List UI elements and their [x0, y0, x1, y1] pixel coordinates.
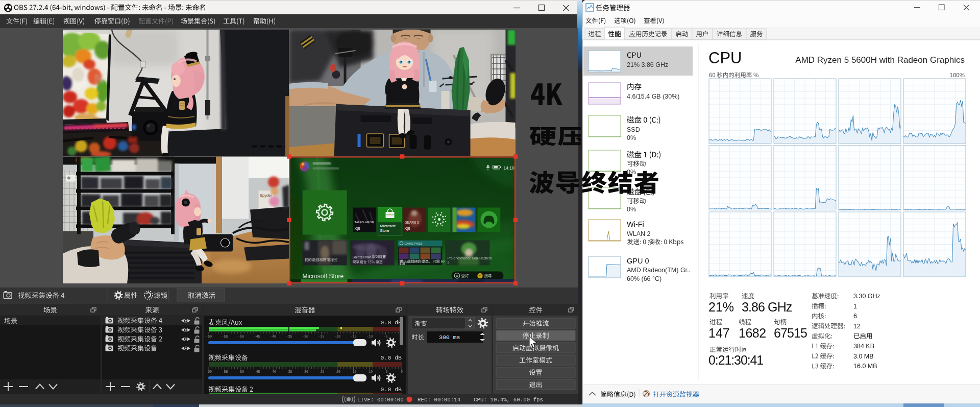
svg-text:-60: -60: [206, 334, 212, 339]
svg-text:-45: -45: [254, 334, 260, 339]
svg-text:-35: -35: [286, 370, 292, 374]
svg-text:-50: -50: [238, 334, 244, 339]
svg-text:CPU: CPU: [708, 49, 742, 67]
svg-text:-55: -55: [222, 370, 228, 374]
svg-text:-5: -5: [383, 334, 387, 339]
svg-text:GPU 0: GPU 0: [627, 257, 649, 265]
svg-text:Microsoft Store: Microsoft Store: [303, 273, 344, 280]
svg-text:-40: -40: [270, 334, 277, 339]
svg-text:-35: -35: [286, 334, 292, 339]
svg-text:-50: -50: [238, 370, 244, 374]
svg-text:-55: -55: [222, 334, 228, 339]
svg-text:-10: -10: [366, 370, 373, 374]
svg-text:-20: -20: [334, 334, 341, 339]
svg-text:AMD Ryzen 5 5600H with Radeon: AMD Ryzen 5 5600H with Radeon Graphics: [795, 55, 965, 65]
svg-text:$10: $10: [400, 262, 405, 266]
svg-text:-60: -60: [206, 370, 212, 374]
svg-text:LIVE: 00:00:00: LIVE: 00:00:00: [357, 397, 404, 403]
svg-text:N: N: [94, 71, 104, 86]
svg-text:300 ms: 300 ms: [439, 334, 460, 341]
svg-text:GAME PASS: GAME PASS: [405, 242, 423, 245]
svg-text:AMD Radeon(TM) Gr..: AMD Radeon(TM) Gr..: [627, 267, 691, 274]
svg-text:3.86 GHz: 3.86 GHz: [742, 300, 792, 314]
svg-text:0:21:30:41: 0:21:30:41: [708, 353, 763, 367]
svg-text:GEARS 5: GEARS 5: [405, 221, 420, 224]
svg-text:SSD: SSD: [627, 126, 640, 133]
svg-text:-30: -30: [302, 370, 309, 374]
svg-text:1682: 1682: [739, 326, 766, 340]
svg-text:Saints Row: Saints Row: [353, 255, 371, 259]
svg-text:384 KB: 384 KB: [853, 343, 874, 350]
svg-text:147: 147: [708, 326, 730, 340]
svg-text:REC: 00:00:14: REC: 00:00:14: [418, 397, 460, 403]
svg-text:12: 12: [853, 323, 861, 330]
svg-text:60% (66 °C): 60% (66 °C): [627, 275, 662, 282]
svg-text:Store: Store: [380, 228, 389, 233]
svg-text:0.0 dB: 0.0 dB: [381, 354, 402, 361]
svg-text:21% 3.86 GHz: 21% 3.86 GHz: [627, 61, 668, 68]
svg-text:-10: -10: [366, 334, 373, 339]
svg-text:0%: 0%: [627, 134, 636, 141]
svg-text:Pre-encomende Soul Hackers: Pre-encomende Soul Hackers: [448, 256, 492, 260]
svg-text:-25: -25: [318, 370, 325, 374]
svg-text:Y: Y: [479, 274, 481, 278]
svg-text:-25: -25: [318, 334, 325, 339]
svg-text:A: A: [456, 274, 458, 278]
svg-text:X|S: X|S: [405, 227, 410, 231]
svg-text:3.0 MB: 3.0 MB: [853, 353, 874, 360]
svg-text:-45: -45: [254, 370, 260, 374]
svg-text:CPU: 10.4%, 60.00 fps: CPU: 10.4%, 60.00 fps: [474, 397, 543, 403]
svg-text:-40: -40: [270, 370, 277, 374]
svg-text:Wi-Fi: Wi-Fi: [627, 220, 644, 228]
svg-text:-20: -20: [334, 370, 341, 374]
svg-text:0.0 dB: 0.0 dB: [381, 386, 402, 393]
svg-text:14:10: 14:10: [504, 165, 515, 171]
svg-text:3.30 GHz: 3.30 GHz: [853, 293, 880, 300]
svg-text:-5: -5: [383, 370, 387, 374]
svg-text:X|S: X|S: [355, 227, 360, 231]
svg-text:100%: 100%: [950, 72, 965, 78]
svg-text:4.6/15.4 GB (30%): 4.6/15.4 GB (30%): [627, 93, 680, 100]
svg-text:WLAN 2: WLAN 2: [627, 230, 651, 237]
svg-text:Microsoft: Microsoft: [380, 224, 396, 228]
svg-text:6: 6: [853, 313, 857, 320]
svg-text:0%: 0%: [627, 206, 636, 213]
svg-text:0: 0: [401, 370, 403, 374]
svg-text:1: 1: [853, 303, 857, 310]
svg-text:67515: 67515: [774, 326, 807, 340]
svg-text:-15: -15: [350, 370, 357, 374]
svg-text:-15: -15: [350, 334, 357, 339]
svg-text:2: 2: [448, 260, 450, 264]
svg-text:TALES·ARISE: TALES·ARISE: [355, 221, 375, 224]
svg-text:16.0 MB: 16.0 MB: [853, 363, 877, 370]
svg-text:-30: -30: [302, 334, 309, 339]
svg-text:21%: 21%: [708, 300, 734, 314]
svg-text:Spyder: Spyder: [260, 193, 272, 198]
svg-text:0.0 dB: 0.0 dB: [381, 319, 402, 326]
